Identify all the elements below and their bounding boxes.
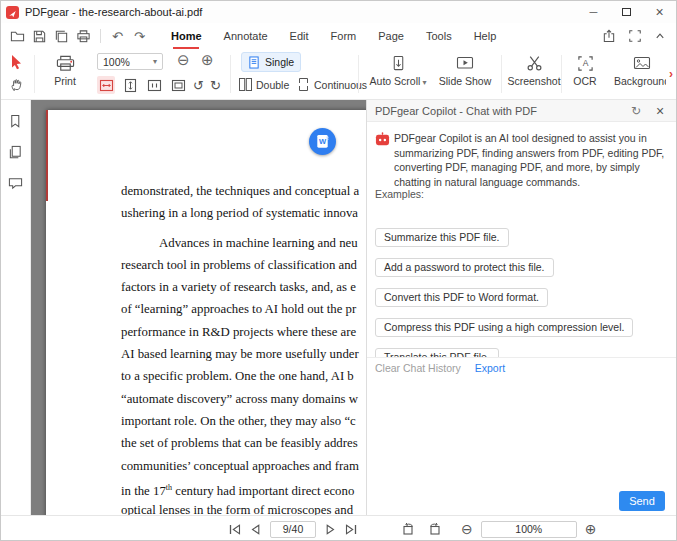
double-page-icon [239, 78, 252, 91]
share-button[interactable] [602, 29, 616, 43]
divider [358, 55, 359, 93]
first-page-button[interactable] [229, 524, 241, 535]
save-button[interactable] [31, 28, 48, 45]
tab-tools[interactable]: Tools [426, 23, 452, 49]
fit-width-button[interactable] [97, 76, 115, 94]
thumbnails-panel-button[interactable] [8, 145, 23, 160]
continuous-view-button[interactable]: Continuous [297, 78, 367, 91]
zoom-select[interactable]: 100% ▾ [97, 53, 163, 70]
zoom-out-button[interactable]: ⊖ [177, 51, 190, 69]
slide-show-icon [437, 53, 493, 73]
page-fit-tools: ↺ ↻ [97, 76, 221, 94]
hand-tool-button[interactable] [9, 77, 24, 93]
divider [230, 55, 231, 93]
quick-access-toolbar: ↶ ↷ [1, 23, 163, 49]
zoom-select-value: 100% [103, 56, 153, 68]
tab-edit[interactable]: Edit [290, 23, 309, 49]
example-prompt-summarize[interactable]: Summarize this PDF file. [375, 228, 509, 247]
next-page-button[interactable] [326, 524, 335, 535]
zoom-in-button[interactable]: ⊕ [585, 522, 597, 536]
document-line: factors in a variety of research tasks, … [121, 276, 359, 298]
divider [561, 55, 562, 93]
clear-chat-history-link[interactable]: Clear Chat History [375, 362, 461, 374]
close-icon: × [655, 4, 663, 20]
zoom-out-button[interactable]: ⊖ [461, 522, 473, 536]
menu-bar: ↶ ↷ Home Annotate Edit Form Page Tools H… [1, 23, 676, 49]
last-page-button[interactable] [345, 524, 357, 535]
tab-form[interactable]: Form [331, 23, 357, 49]
divider [100, 29, 101, 43]
select-tool-button[interactable] [9, 54, 24, 70]
status-bar: ⊖ ⊕ [1, 515, 676, 541]
rotate-page-left-button[interactable] [401, 522, 415, 536]
tab-page[interactable]: Page [378, 23, 404, 49]
example-prompt-translate[interactable]: Translate this PDF file. [375, 348, 499, 357]
undo-button[interactable]: ↶ [109, 28, 126, 45]
save-as-button[interactable] [53, 28, 70, 45]
zoom-in-button[interactable]: ⊕ [201, 51, 214, 69]
collapse-ribbon-button[interactable] [654, 30, 666, 42]
print-button[interactable]: Print [41, 53, 89, 87]
zoom-level-input[interactable] [481, 521, 577, 538]
left-sidebar [1, 100, 31, 515]
copilot-body: PDFgear Copilot is an AI tool designed t… [367, 122, 676, 515]
rotate-right-button[interactable]: ↻ [210, 78, 221, 93]
export-link[interactable]: Export [475, 362, 505, 374]
send-button[interactable]: Send [619, 491, 665, 511]
copilot-title: PDFgear Copilot - Chat with PDF [375, 105, 620, 117]
tab-annotate[interactable]: Annotate [224, 23, 268, 49]
auto-scroll-button[interactable]: Auto Scroll▾ [367, 53, 429, 87]
close-panel-icon[interactable]: × [652, 103, 668, 119]
printer-icon [41, 53, 89, 73]
fit-page-button[interactable] [121, 76, 139, 94]
open-file-button[interactable] [9, 28, 26, 45]
document-viewport[interactable]: demonstrated, the techniques and concept… [31, 100, 366, 515]
double-page-view-button[interactable]: Double [239, 78, 289, 91]
minimize-button[interactable]: ─ [577, 1, 610, 23]
toolbar-overflow-button[interactable]: › [666, 49, 676, 99]
document-line: optical lenses in the form of microscope… [121, 499, 359, 515]
single-page-view-button[interactable]: Single [241, 52, 301, 72]
svg-text:W: W [319, 137, 327, 146]
page-edge-marker [46, 110, 48, 201]
previous-page-button[interactable] [251, 524, 260, 535]
maximize-button[interactable] [610, 1, 643, 23]
document-line: in the 17th century had important direct… [121, 477, 359, 499]
ocr-button[interactable]: A OCR [563, 53, 607, 87]
screenshot-button[interactable]: Screenshot [507, 53, 561, 87]
pdf-page: demonstrated, the techniques and concept… [46, 110, 366, 515]
fullscreen-button[interactable] [628, 29, 642, 43]
cursor-tools [1, 49, 33, 99]
example-prompt-compress[interactable]: Compress this PDF using a high compressi… [375, 318, 633, 337]
bookmarks-panel-button[interactable] [8, 114, 23, 129]
rotate-page-right-button[interactable] [428, 522, 442, 536]
word-convert-float-button[interactable]: W [309, 128, 336, 155]
pdfgear-window: PDFgear - the-research-about-ai.pdf ─ × … [0, 0, 677, 541]
document-line: demonstrated, the techniques and concept… [121, 180, 359, 202]
rotate-left-button[interactable]: ↺ [193, 78, 204, 93]
divider [34, 55, 35, 93]
slide-show-button[interactable]: Slide Show [437, 53, 493, 87]
print-quick-button[interactable] [75, 28, 92, 45]
tab-home[interactable]: Home [171, 23, 202, 49]
actual-size-button[interactable] [145, 76, 163, 94]
close-button[interactable]: × [643, 1, 676, 23]
background-button[interactable]: Background [613, 53, 671, 87]
ribbon-tabs: Home Annotate Edit Form Page Tools Help [171, 23, 496, 49]
ribbon-toolbar: Print 100% ▾ ⊖ ⊕ ↺ ↻ [1, 49, 676, 100]
redo-button[interactable]: ↷ [131, 28, 148, 45]
copilot-intro-message: PDFgear Copilot is an AI tool designed t… [394, 131, 672, 189]
tab-help[interactable]: Help [474, 23, 497, 49]
copilot-bot-icon [375, 132, 390, 147]
chevron-down-icon: ▾ [422, 78, 426, 87]
example-prompt-password[interactable]: Add a password to protect this file. [375, 258, 554, 277]
document-line: performance in R&D projects where these … [121, 321, 359, 343]
refresh-icon[interactable]: ↻ [628, 103, 644, 119]
document-line: communities’ conceptual approaches and f… [121, 455, 359, 477]
page-number-input[interactable] [270, 521, 316, 538]
page-rotate-tools [401, 516, 442, 541]
fit-visible-button[interactable] [169, 76, 187, 94]
comments-panel-button[interactable] [8, 176, 23, 191]
maximize-icon [622, 8, 631, 16]
example-prompt-convert[interactable]: Convert this PDF to Word format. [375, 288, 548, 307]
